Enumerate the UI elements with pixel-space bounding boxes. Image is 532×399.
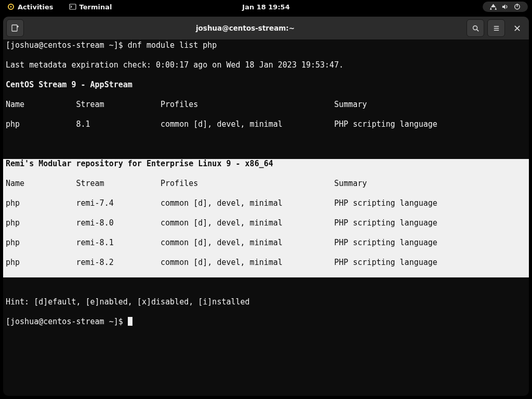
menu-button[interactable] xyxy=(487,19,505,37)
repo1-title: CentOS Stream 9 - AppStream xyxy=(3,80,529,90)
column-headers: Name Stream Profiles Summary xyxy=(3,100,529,110)
repo2-title: Remi's Modular repository for Enterprise… xyxy=(3,159,529,169)
terminal-window: joshua@centos-stream:~ [joshua@centos-st… xyxy=(3,17,529,396)
module-row: php 8.1 common [d], devel, minimal PHP s… xyxy=(3,119,529,129)
metadata-line: Last metadata expiration check: 0:00:17 … xyxy=(3,60,529,70)
svg-point-1 xyxy=(10,6,12,8)
highlighted-repo-block: Remi's Modular repository for Enterprise… xyxy=(3,159,529,277)
app-menu-terminal[interactable]: Terminal xyxy=(66,2,115,12)
blank-line xyxy=(3,139,529,149)
clock-label: Jan 18 19:54 xyxy=(242,3,289,11)
module-row: php remi-8.0 common [d], devel, minimal … xyxy=(3,218,529,228)
cursor xyxy=(128,317,132,326)
window-titlebar: joshua@centos-stream:~ xyxy=(3,17,529,39)
prompt-line[interactable]: [joshua@centos-stream ~]$ xyxy=(3,317,529,327)
new-tab-button[interactable] xyxy=(6,19,24,37)
module-row: php remi-7.4 common [d], devel, minimal … xyxy=(3,198,529,208)
window-title: joshua@centos-stream:~ xyxy=(27,24,463,32)
terminal-output[interactable]: [joshua@centos-stream ~]$ dnf module lis… xyxy=(3,39,529,327)
svg-rect-5 xyxy=(12,25,17,31)
search-button[interactable] xyxy=(467,19,484,37)
svg-rect-2 xyxy=(70,4,76,9)
column-headers: Name Stream Profiles Summary xyxy=(3,179,529,189)
network-icon xyxy=(489,3,497,10)
activities-icon xyxy=(7,3,15,10)
hint-line: Hint: [d]efault, [e]nabled, [x]disabled,… xyxy=(3,297,529,307)
close-button[interactable] xyxy=(508,19,526,37)
module-row: php remi-8.1 common [d], devel, minimal … xyxy=(3,238,529,248)
app-menu-label: Terminal xyxy=(79,3,112,11)
svg-line-9 xyxy=(476,29,478,31)
blank-line xyxy=(3,277,529,287)
clock[interactable]: Jan 18 19:54 xyxy=(239,2,292,12)
svg-point-8 xyxy=(473,25,477,30)
module-row: php remi-8.2 common [d], devel, minimal … xyxy=(3,258,529,268)
prompt-line: [joshua@centos-stream ~]$ dnf module lis… xyxy=(3,41,529,50)
gnome-top-panel: Activities Terminal Jan 18 19:54 xyxy=(0,0,532,14)
activities-label: Activities xyxy=(18,3,54,11)
terminal-icon xyxy=(69,3,76,10)
power-icon xyxy=(513,3,521,10)
volume-icon xyxy=(501,3,509,10)
activities-button[interactable]: Activities xyxy=(4,2,57,12)
system-status-area[interactable] xyxy=(483,2,528,12)
